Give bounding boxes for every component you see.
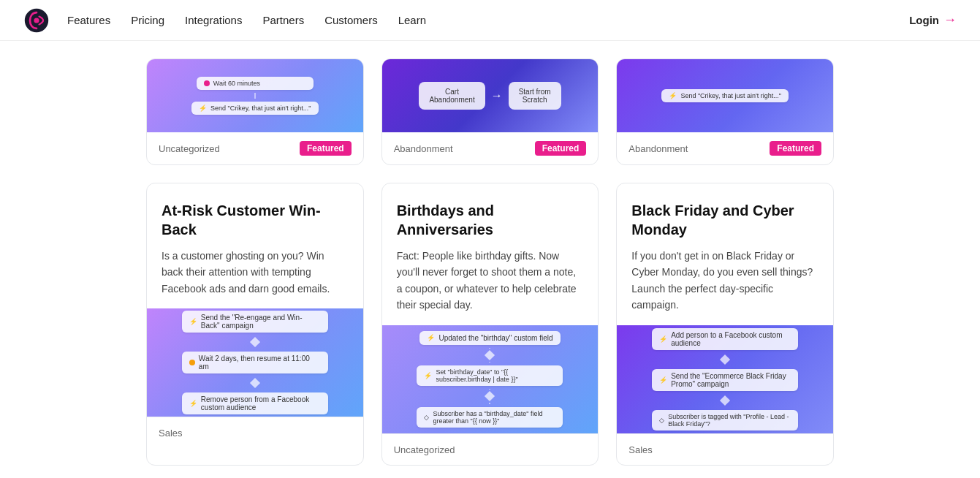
main-content: Wait 60 minutes ⚡ Send "Crikey, that jus… [0,41,980,478]
lightning-icon: ⚡ [424,372,432,379]
lightning-icon: ⚡ [189,400,197,407]
top-card-3[interactable]: ⚡ Send "Crikey, that just ain't right...… [616,58,834,165]
node-label: Send the "Ecommerce Black Friday Promo" … [671,372,791,388]
card-title: Birthdays and Anniversaries [397,201,584,239]
workflow-node: ⚡ Set "birthday_date" to "{{ subscriber.… [417,365,563,386]
node-label: Wait 2 days, then resume at 11:00 am [199,354,321,371]
workflow-node: Wait 60 minutes [197,77,314,90]
workflow-diagram: ⚡ Updated the "birthday" custom field ⚡ … [382,325,599,433]
dot-icon [189,360,195,365]
diamond-icon [250,337,260,347]
top-card-1-image: Wait 60 minutes ⚡ Send "Crikey, that jus… [147,59,363,132]
main-cards-row: At-Risk Customer Win-Back Is a customer … [146,183,834,466]
login-button[interactable]: Login → [909,12,957,28]
workflow-node: ⚡ Send the "Re-engage and Win-Back" camp… [182,311,328,333]
workflow-node: ⚡ Updated the "birthday" custom field [419,331,560,345]
diamond-icon [485,391,495,401]
nav-learn[interactable]: Learn [398,14,426,26]
card-body: Black Friday and Cyber Monday If you don… [617,183,833,325]
login-label: Login [909,14,939,26]
nav-partners[interactable]: Partners [262,14,304,26]
featured-badge: Featured [535,141,587,156]
card-category: Uncategorized [159,143,220,154]
card-desc: If you don't get in on Black Friday or C… [631,248,818,314]
birthdays-card[interactable]: Birthdays and Anniversaries Fact: People… [381,183,599,466]
navigation: Features Pricing Integrations Partners C… [0,0,980,41]
lightning-icon: ⚡ [669,92,677,99]
workflow-node: ⚡ Send "Crikey, that just ain't right...… [661,89,789,102]
lightning-icon: ⚡ [659,376,667,384]
node-label: Subscriber has a "birthday_date" field g… [433,410,555,425]
card-footer: Uncategorized Featured [147,132,363,164]
workflow-diagram-3: ⚡ Send "Crikey, that just ain't right...… [617,59,833,132]
lightning-icon: ⚡ [427,334,435,341]
card-desc: Is a customer ghosting on you? Win back … [162,248,349,297]
nav-links: Features Pricing Integrations Partners C… [67,14,909,26]
top-row-cards: Wait 60 minutes ⚡ Send "Crikey, that jus… [146,58,834,165]
top-card-1[interactable]: Wait 60 minutes ⚡ Send "Crikey, that jus… [146,58,364,165]
card-workflow-image: ⚡ Updated the "birthday" custom field ⚡ … [382,325,599,433]
workflow-node: ◇ Subscriber is tagged with "Profile - L… [652,410,798,430]
nav-customers[interactable]: Customers [324,14,378,26]
featured-badge: Featured [770,141,821,156]
node-label: Add person to a Facebook custom audience [671,331,791,347]
card-workflow-image: ⚡ Send the "Re-engage and Win-Back" camp… [147,308,363,417]
card-footer: Sales [617,433,833,465]
card-title: Black Friday and Cyber Monday [631,201,818,239]
connector [489,348,490,349]
nav-pricing[interactable]: Pricing [131,14,164,26]
check-icon: ◇ [424,414,429,421]
diamond-icon [720,354,730,364]
card-category: Sales [628,444,653,455]
node-label: Send the "Re-engage and Win-Back" campai… [201,314,321,330]
card-category: Sales [159,428,183,439]
node-label: Updated the "birthday" custom field [438,334,552,342]
card-category: Abandonment [628,143,688,154]
nav-features[interactable]: Features [67,14,110,26]
workflow-node: ⚡ Send the "Ecommerce Black Friday Promo… [652,369,798,391]
at-risk-card[interactable]: At-Risk Customer Win-Back Is a customer … [146,183,364,466]
top-card-2[interactable]: CartAbandonment → Start fromScratch Aban… [381,58,599,165]
workflow-diagram-1: Wait 60 minutes ⚡ Send "Crikey, that jus… [147,59,363,132]
dot-icon [204,80,210,86]
card-footer: Abandonment Featured [617,132,833,164]
featured-badge: Featured [300,141,352,156]
top-card-2-image: CartAbandonment → Start fromScratch [382,59,599,132]
connector [489,389,490,390]
workflow-node: ⚡ Add person to a Facebook custom audien… [652,328,798,350]
workflow-diagram: ⚡ Send the "Re-engage and Win-Back" camp… [147,308,363,417]
card-workflow-image: ⚡ Add person to a Facebook custom audien… [617,325,833,433]
node-label: Wait 60 minutes [213,80,260,87]
workflow-diagram: ⚡ Add person to a Facebook custom audien… [617,325,833,433]
lightning-icon: ⚡ [189,318,197,325]
connector [489,362,490,363]
svg-point-1 [34,18,39,23]
nav-integrations[interactable]: Integrations [185,14,242,26]
black-friday-card[interactable]: Black Friday and Cyber Monday If you don… [616,183,834,466]
lightning-icon: ⚡ [199,105,207,112]
connector [254,93,256,99]
card-body: At-Risk Customer Win-Back Is a customer … [147,183,363,308]
workflow-node: ⚡ Remove person from a Facebook custom a… [182,392,328,414]
diamond-icon [720,395,730,405]
diamond-icon [250,378,260,388]
node-label: Set "birthday_date" to "{{ subscriber.bi… [436,368,555,383]
lightning-icon: ⚡ [659,335,667,343]
check-icon: ◇ [659,417,664,424]
node-label: Send "Crikey, that just ain't right..." [680,92,781,99]
node-label: Remove person from a Facebook custom aud… [201,395,321,411]
card-category: Uncategorized [394,444,455,455]
node-label: Subscriber is tagged with "Profile - Lea… [668,413,791,428]
workflow-node: ⚡ Send "Crikey, that just ain't right...… [191,102,319,115]
top-card-3-image: ⚡ Send "Crikey, that just ain't right...… [617,59,833,132]
card-desc: Fact: People like birthday gifts. Now yo… [397,248,584,314]
card-title: At-Risk Customer Win-Back [162,201,349,239]
node-label: Send "Crikey, that just ain't right..." [210,105,311,112]
workflow-node: ◇ Subscriber has a "birthday_date" field… [417,407,563,428]
workflow-diagram-2: CartAbandonment → Start fromScratch [382,59,599,132]
card-footer: Abandonment Featured [382,132,599,164]
card-footer: Uncategorized [382,433,599,465]
card-body: Birthdays and Anniversaries Fact: People… [382,183,599,325]
workflow-node: Wait 2 days, then resume at 11:00 am [182,352,328,373]
logo[interactable] [23,7,50,34]
